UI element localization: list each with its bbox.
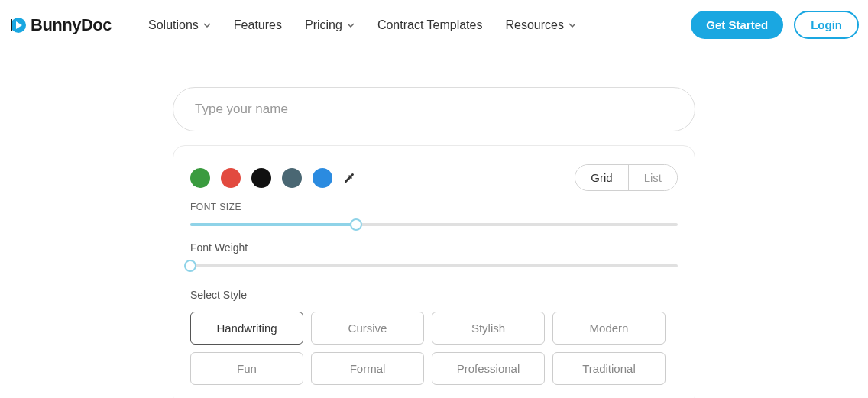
style-button-stylish[interactable]: Stylish — [432, 312, 545, 345]
nav-item-label: Contract Templates — [377, 18, 483, 32]
nav-right: Get Started Login — [691, 11, 859, 39]
style-button-modern[interactable]: Modern — [552, 312, 666, 345]
style-button-traditional[interactable]: Traditional — [552, 352, 666, 385]
content: Grid List FONT SIZE Font Weight Select S… — [0, 50, 868, 398]
nav-item-label: Pricing — [305, 18, 342, 32]
login-button[interactable]: Login — [794, 11, 859, 39]
color-swatch-1[interactable] — [221, 168, 241, 188]
name-input[interactable] — [173, 87, 695, 131]
brand-name: BunnyDoc — [31, 15, 112, 35]
nav-item-solutions[interactable]: Solutions — [148, 18, 211, 32]
slider-thumb[interactable] — [184, 260, 196, 272]
brand-logo[interactable]: BunnyDoc — [9, 15, 112, 35]
font-weight-slider[interactable] — [190, 260, 678, 272]
style-button-cursive[interactable]: Cursive — [311, 312, 424, 345]
slider-track — [190, 264, 678, 267]
nav-item-contract-templates[interactable]: Contract Templates — [377, 18, 483, 32]
nav-item-pricing[interactable]: Pricing — [305, 18, 355, 32]
view-toggle: Grid List — [575, 164, 678, 191]
get-started-button[interactable]: Get Started — [691, 11, 783, 39]
font-size-slider[interactable] — [190, 218, 678, 231]
nav-item-label: Resources — [505, 18, 563, 32]
style-button-fun[interactable]: Fun — [190, 352, 303, 385]
color-swatch-3[interactable] — [282, 168, 302, 188]
svg-rect-1 — [11, 19, 12, 31]
top-navigation: BunnyDoc SolutionsFeaturesPricingContrac… — [0, 0, 868, 50]
eyedropper-icon[interactable] — [343, 172, 355, 184]
slider-thumb[interactable] — [350, 218, 362, 231]
style-button-formal[interactable]: Formal — [311, 352, 424, 385]
nav-item-features[interactable]: Features — [234, 18, 282, 32]
color-swatch-4[interactable] — [313, 168, 332, 188]
style-button-professional[interactable]: Professional — [432, 352, 545, 385]
view-list-button[interactable]: List — [628, 165, 677, 190]
nav-item-resources[interactable]: Resources — [505, 18, 575, 32]
nav-links: SolutionsFeaturesPricingContract Templat… — [148, 18, 576, 32]
font-weight-label: Font Weight — [190, 241, 678, 254]
style-grid: HandwritingCursiveStylishModernFunFormal… — [190, 312, 678, 385]
brand-icon — [9, 16, 28, 34]
chevron-down-icon — [203, 23, 211, 28]
settings-panel: Grid List FONT SIZE Font Weight Select S… — [173, 145, 695, 398]
select-style-label: Select Style — [190, 289, 678, 301]
style-button-handwriting[interactable]: Handwriting — [190, 312, 303, 345]
color-swatches — [190, 168, 355, 188]
chevron-down-icon — [347, 23, 355, 28]
view-grid-button[interactable]: Grid — [575, 165, 627, 190]
slider-fill — [190, 223, 356, 226]
color-swatch-2[interactable] — [251, 168, 271, 188]
font-size-label: FONT SIZE — [190, 202, 678, 212]
chevron-down-icon — [568, 23, 576, 28]
color-swatch-0[interactable] — [190, 168, 210, 188]
nav-item-label: Solutions — [148, 18, 199, 32]
panel-top-row: Grid List — [190, 164, 678, 191]
nav-item-label: Features — [234, 18, 282, 32]
